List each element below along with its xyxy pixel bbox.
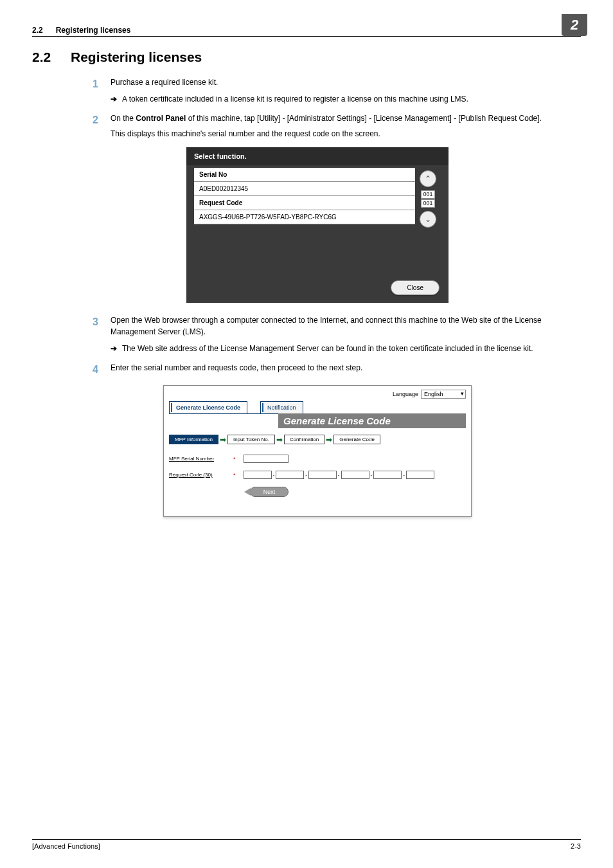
arrow-icon: ➔ — [111, 343, 117, 354]
page-footer: [Advanced Functions] 2-3 — [32, 839, 581, 850]
step-2-text: On the Control Panel of this machine, ta… — [111, 113, 581, 124]
step-1-text: Purchase a required license kit. — [111, 77, 581, 88]
step-number: 1 — [93, 77, 111, 105]
step-1-sub: A token certificate included in a licens… — [122, 93, 468, 105]
serial-no-value: A0ED002012345 — [194, 182, 415, 196]
serial-no-label: Serial No — [194, 168, 415, 182]
next-button[interactable]: Next — [250, 487, 289, 497]
page-banner: Generate License Code — [278, 413, 466, 428]
required-star-icon: * — [233, 472, 236, 478]
arrow-icon: ➡ — [326, 435, 332, 444]
step-number: 3 — [93, 314, 111, 354]
page-indicator: 001 001 — [421, 190, 434, 208]
request-code-input-6[interactable] — [406, 471, 434, 479]
request-code-input-1[interactable] — [244, 471, 272, 479]
request-code-input-2[interactable] — [276, 471, 304, 479]
heading-text: Registering licenses — [71, 50, 202, 65]
arrow-icon: ➔ — [111, 93, 117, 105]
progress-mfp-info: MFP Information — [169, 435, 218, 444]
request-code-value: AXGGS-49U6B-PT726-W5FAD-YB8PC-RYC6G — [194, 210, 415, 224]
arrow-icon: ➡ — [220, 435, 226, 444]
language-select[interactable]: English — [421, 390, 466, 399]
step-3-text: Open the Web browser through a computer … — [111, 314, 581, 338]
request-code-label: Request Code (30) — [169, 472, 227, 478]
progress-generate-code: Generate Code — [333, 435, 380, 444]
mfp-panel-screenshot: Select function. Serial No A0ED002012345… — [186, 147, 449, 303]
request-code-label: Request Code — [194, 196, 415, 210]
request-code-input-5[interactable] — [373, 471, 402, 479]
step-3: 3 Open the Web browser through a compute… — [93, 314, 581, 354]
section-heading: 2.2 Registering licenses — [32, 50, 581, 65]
header-section-number: 2.2 — [32, 26, 43, 35]
required-star-icon: * — [233, 456, 236, 462]
panel-title: Select function. — [186, 147, 449, 165]
footer-left: [Advanced Functions] — [32, 842, 100, 850]
step-1: 1 Purchase a required license kit. ➔ A t… — [93, 77, 581, 105]
header-section-title: Registering licenses — [56, 26, 131, 35]
lms-web-screenshot: Language English Generate License Code N… — [163, 385, 472, 517]
chapter-badge: 2 — [562, 14, 587, 36]
request-code-input-4[interactable] — [341, 471, 369, 479]
step-number: 4 — [93, 362, 111, 377]
progress-input-token: Input Token No. — [227, 435, 275, 444]
progress-steps: MFP Information ➡ Input Token No. ➡ Conf… — [169, 435, 466, 444]
tab-generate-license[interactable]: Generate License Code — [169, 401, 247, 413]
arrow-icon: ➡ — [276, 435, 283, 444]
request-code-input-3[interactable] — [308, 471, 337, 479]
progress-confirmation: Confirmation — [284, 435, 324, 444]
language-label: Language — [393, 391, 418, 397]
step-2: 2 On the Control Panel of this machine, … — [93, 113, 581, 140]
step-4-text: Enter the serial number and requests cod… — [111, 362, 581, 374]
step-3-sub: The Web site address of the License Mana… — [122, 343, 533, 354]
close-button[interactable]: Close — [391, 280, 440, 295]
step-2-extra: This displays this machine's serial numb… — [111, 128, 581, 140]
heading-number: 2.2 — [32, 50, 71, 65]
mfp-serial-input[interactable] — [244, 455, 289, 463]
footer-right: 2-3 — [571, 842, 581, 850]
scroll-up-button[interactable]: ⌃ — [420, 170, 436, 187]
page-header: 2.2 Registering licenses 2 — [32, 26, 581, 37]
step-4: 4 Enter the serial number and requests c… — [93, 362, 581, 377]
scroll-down-button[interactable]: ⌄ — [420, 211, 436, 228]
step-number: 2 — [93, 113, 111, 140]
mfp-serial-label: MFP Serial Number — [169, 456, 227, 462]
tab-notification[interactable]: Notification — [260, 401, 303, 413]
